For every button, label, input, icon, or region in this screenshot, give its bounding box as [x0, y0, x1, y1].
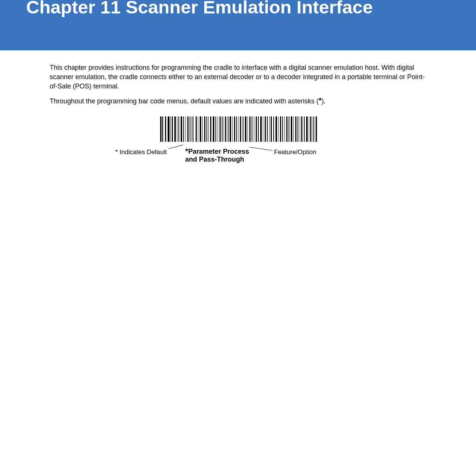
svg-rect-38 [240, 116, 241, 142]
svg-rect-70 [310, 116, 311, 142]
svg-rect-45 [256, 116, 257, 142]
svg-rect-46 [258, 116, 259, 142]
svg-rect-34 [232, 116, 233, 142]
svg-rect-47 [260, 116, 262, 142]
annotation-center-line2: and Pass-Through [185, 156, 244, 163]
barcode-svg [160, 116, 317, 142]
svg-rect-64 [298, 116, 298, 142]
svg-rect-22 [206, 116, 207, 142]
svg-rect-49 [265, 116, 266, 142]
svg-rect-31 [225, 116, 226, 142]
svg-rect-37 [239, 116, 239, 142]
svg-rect-29 [222, 116, 223, 142]
svg-rect-4 [168, 116, 169, 142]
svg-rect-65 [300, 116, 300, 142]
svg-rect-54 [276, 116, 277, 142]
svg-rect-55 [278, 116, 279, 142]
svg-rect-35 [234, 116, 235, 142]
svg-rect-60 [289, 116, 289, 142]
svg-rect-72 [315, 116, 315, 142]
annotation-connector-right [249, 147, 273, 155]
svg-rect-12 [186, 116, 186, 142]
chapter-header-banner: Chapter 11 Scanner Emulation Interface [0, 0, 476, 50]
svg-rect-10 [181, 116, 182, 142]
svg-rect-21 [204, 116, 205, 142]
svg-rect-40 [245, 116, 246, 142]
svg-rect-23 [208, 116, 209, 142]
svg-rect-36 [236, 116, 237, 142]
svg-rect-52 [271, 116, 272, 142]
svg-rect-58 [284, 116, 285, 142]
annotation-asterisk-icon: * [185, 147, 188, 155]
svg-rect-44 [254, 116, 254, 142]
intro-paragraph-1: This chapter provides instructions for p… [50, 63, 427, 91]
svg-rect-73 [316, 116, 317, 142]
svg-rect-53 [273, 116, 274, 142]
annotation-center-line1: Parameter Process [188, 148, 249, 155]
annotation-feature-option: Feature/Option [274, 149, 316, 156]
svg-rect-14 [190, 116, 190, 142]
svg-rect-62 [293, 116, 294, 142]
svg-rect-59 [286, 116, 287, 142]
svg-rect-66 [301, 116, 302, 142]
barcode-section: * Indicates Default *Parameter Process a… [50, 116, 427, 167]
svg-rect-0 [160, 116, 161, 142]
svg-rect-25 [213, 116, 214, 142]
svg-rect-39 [243, 116, 243, 142]
svg-rect-2 [162, 116, 163, 142]
svg-rect-28 [220, 116, 221, 142]
svg-rect-5 [170, 116, 171, 142]
svg-rect-69 [309, 116, 309, 142]
barcode-image [160, 116, 317, 142]
svg-rect-1 [162, 116, 162, 142]
svg-rect-13 [187, 116, 189, 142]
svg-rect-32 [228, 116, 228, 142]
svg-rect-3 [165, 116, 166, 142]
svg-rect-7 [174, 116, 176, 142]
svg-rect-17 [196, 116, 197, 142]
svg-rect-56 [280, 116, 281, 142]
svg-rect-20 [202, 116, 203, 142]
annotation-parameter-label: *Parameter Process and Pass-Through [185, 146, 249, 164]
svg-rect-27 [218, 116, 218, 142]
svg-rect-57 [282, 116, 283, 142]
intro-paragraph-2: Throughout the programming bar code menu… [50, 97, 427, 106]
annotation-indicates-default: * Indicates Default [115, 149, 167, 156]
content-area: This chapter provides instructions for p… [0, 50, 476, 167]
svg-rect-71 [313, 116, 314, 142]
para2-prefix: Throughout the programming bar code menu… [50, 97, 318, 105]
svg-rect-48 [263, 116, 263, 142]
svg-rect-19 [200, 116, 201, 142]
svg-rect-50 [267, 116, 268, 142]
svg-rect-51 [269, 116, 270, 142]
svg-rect-67 [304, 116, 305, 142]
para2-suffix: ). [321, 97, 326, 105]
svg-rect-18 [198, 116, 198, 142]
svg-rect-15 [192, 116, 192, 142]
barcode-annotation-row: * Indicates Default *Parameter Process a… [50, 145, 427, 167]
svg-rect-63 [295, 116, 296, 142]
svg-rect-30 [224, 116, 224, 142]
svg-rect-11 [183, 116, 184, 142]
svg-rect-8 [177, 116, 177, 142]
svg-rect-43 [252, 116, 252, 142]
svg-rect-16 [193, 116, 193, 142]
svg-rect-41 [248, 116, 248, 142]
svg-rect-24 [210, 116, 211, 142]
svg-rect-68 [306, 116, 308, 142]
svg-rect-26 [215, 116, 216, 142]
svg-rect-6 [172, 116, 173, 142]
svg-rect-61 [291, 116, 292, 142]
svg-rect-33 [230, 116, 231, 142]
chapter-title: Chapter 11 Scanner Emulation Interface [26, 0, 373, 16]
svg-rect-9 [178, 116, 179, 142]
svg-rect-42 [249, 116, 251, 142]
annotation-connector-left [168, 145, 184, 153]
